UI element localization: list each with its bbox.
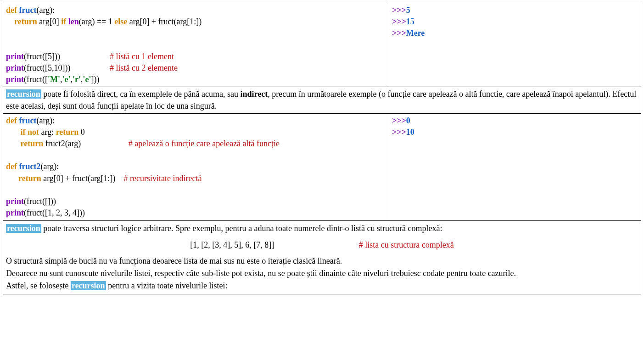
explanation-1: recursion poate fi folosită direct, ca î… [3, 87, 641, 113]
code-text: (arg): [36, 6, 55, 15]
kw-if: if [61, 17, 66, 26]
indent [6, 174, 18, 183]
paragraph: recursion poate traversa structuri logic… [6, 223, 638, 234]
builtin-print: print [6, 52, 24, 61]
code-block-1: def fruct(arg): return arg[0] if len(arg… [3, 3, 389, 87]
text: poate traversa structuri logice arbitrar… [41, 224, 442, 233]
explanation-2: recursion poate traversa structuri logic… [3, 221, 641, 294]
builtin-print: print [6, 63, 24, 72]
output-value: Mere [406, 28, 425, 38]
blank-line [6, 149, 386, 161]
paragraph: Deoarece nu sunt cunoscute nivelurile li… [6, 268, 638, 279]
highlight-recursion: recursion [6, 89, 41, 99]
text: Astfel, se folosește [6, 281, 71, 290]
code-line: def fruct2(arg): [6, 161, 386, 172]
kw-def: def [6, 116, 19, 125]
prompt: >>> [392, 116, 406, 125]
code-text: arg[0] + fruct(arg[1:]) [127, 17, 202, 26]
indent [6, 139, 21, 148]
output-block-2: >>>0 >>>10 [389, 113, 641, 221]
prompt: >>> [392, 17, 406, 26]
document-table: def fruct(arg): return arg[0] if len(arg… [3, 3, 641, 294]
explanation-row-1: recursion poate fi folosită direct, ca î… [3, 87, 641, 113]
paragraph: Astfel, se folosește recursion pentru a … [6, 280, 638, 292]
comment: # lista cu structura complexă [359, 239, 454, 251]
code-block-2-row: def fruct(arg): if not arg: return 0 ret… [3, 113, 641, 221]
blank-line [6, 28, 386, 39]
prompt: >>> [392, 28, 406, 38]
list-example: [1, [2, [3, 4], 5], 6, [7, 8]] [190, 240, 274, 249]
kw-return: return [14, 17, 37, 26]
code-line: print(fruct([1, 2, 3, 4])) [6, 207, 386, 219]
code-text: (fruct([1, 2, 3, 4])) [24, 208, 85, 217]
code-line: def fruct(arg): [6, 5, 386, 16]
output-value: 15 [406, 17, 414, 26]
code-text: (fruct([5])) [24, 52, 110, 61]
comment: # apelează o funcție care apelează altă … [129, 139, 280, 148]
code-text: ])) [91, 75, 99, 84]
kw-else: else [114, 17, 127, 26]
code-line: return arg[0] + fruct(arg[1:]) # recursi… [6, 173, 386, 184]
string: 'M' [48, 75, 60, 84]
code-line: print(fruct([])) [6, 196, 386, 207]
code-line: print(fruct([5,10])) # listă cu 2 elemen… [6, 62, 386, 74]
kw-not: not [28, 127, 39, 137]
kw-return: return [18, 174, 41, 183]
kw-def: def [6, 162, 19, 171]
code-line: return arg[0] if len(arg) == 1 else arg[… [6, 16, 386, 28]
kw-if: if [21, 127, 26, 137]
output-value: 10 [406, 127, 414, 137]
bold-text: indirect [240, 89, 268, 99]
text: pentru a vizita toate nivelurile listei: [106, 281, 228, 290]
code-text: arg[0] [37, 17, 62, 26]
code-text: (fruct([ [24, 75, 48, 84]
highlight-recursion: recursion [6, 224, 41, 233]
string: 'e' [83, 75, 91, 84]
output-line: >>>15 [392, 16, 638, 28]
indent [6, 127, 21, 137]
kw-def: def [6, 6, 19, 15]
indent [6, 17, 14, 26]
output-line: >>>0 [392, 115, 638, 127]
string: 'e' [62, 75, 70, 84]
builtin-len: len [68, 17, 79, 26]
code-text: (fruct([5,10])) [24, 63, 110, 72]
code-block-1-row: def fruct(arg): return arg[0] if len(arg… [3, 3, 641, 87]
output-line: >>>Mere [392, 28, 638, 39]
output-value: 0 [406, 116, 410, 125]
code-line: print(fruct(['M','e','r','e'])) [6, 74, 386, 85]
code-text: (arg): [40, 162, 59, 171]
blank-line [6, 39, 386, 51]
explanation-row-2: recursion poate traversa structuri logic… [3, 221, 641, 294]
output-line: >>>10 [392, 127, 638, 138]
code-text: arg[0] + fruct(arg[1:]) [41, 174, 124, 183]
text: poate fi folosită direct, ca în exemplel… [41, 89, 241, 99]
code-line: if not arg: return 0 [6, 127, 386, 138]
fn-name: fruct [19, 6, 37, 15]
code-line: def fruct(arg): [6, 115, 386, 127]
builtin-print: print [6, 75, 24, 84]
builtin-print: print [6, 208, 24, 217]
comment: # recursivitate indirectă [124, 174, 202, 183]
kw-return: return [56, 127, 79, 137]
code-text: fruct2(arg) [43, 139, 129, 148]
output-block-1: >>>5 >>>15 >>>Mere [389, 3, 641, 87]
highlight-recursion: recursion [71, 281, 106, 290]
list-example-line: [1, [2, [3, 4], 5], 6, [7, 8]] # lista c… [6, 236, 638, 254]
comment: # listă cu 1 element [110, 52, 174, 61]
code-text: 0 [78, 127, 85, 137]
blank-line [6, 184, 386, 196]
code-line: print(fruct([5])) # listă cu 1 element [6, 51, 386, 62]
output-value: 5 [406, 6, 410, 15]
output-line: >>>5 [392, 5, 638, 16]
code-text: (arg): [36, 116, 55, 125]
code-block-2: def fruct(arg): if not arg: return 0 ret… [3, 113, 389, 221]
builtin-print: print [6, 197, 24, 206]
comment: # listă cu 2 elemente [110, 63, 178, 72]
prompt: >>> [392, 127, 406, 137]
kw-return: return [21, 139, 44, 148]
fn-name: fruct [19, 116, 37, 125]
paragraph: O structură simplă de buclă nu va funcți… [6, 255, 638, 267]
code-text: (fruct([])) [24, 197, 56, 206]
code-line: return fruct2(arg) # apelează o funcție … [6, 138, 386, 149]
